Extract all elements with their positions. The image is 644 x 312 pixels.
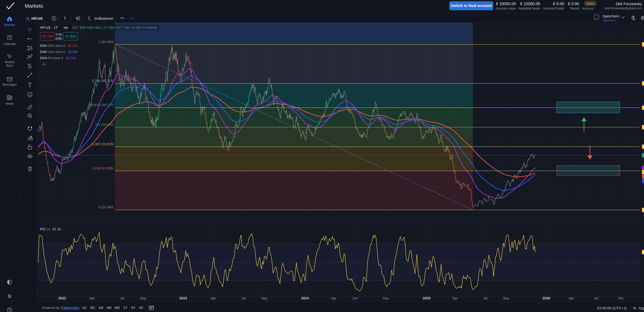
svg-text:Sep: Sep [140,296,146,300]
svg-text:Sep: Sep [383,296,388,300]
svg-text:2022: 2022 [58,296,66,300]
svg-text:Apr: Apr [90,296,95,300]
svg-text:Apr: Apr [331,296,336,300]
svg-text:2024: 2024 [301,296,309,300]
svg-text:Jul: Jul [120,296,124,300]
svg-text:Jun: Jun [352,296,358,300]
svg-text:0.5 (34.550): 0.5 (34.550) [96,123,114,126]
svg-text:2026: 2026 [542,296,550,300]
svg-text:Apr: Apr [452,296,458,300]
svg-text:0.236 (23.985): 0.236 (23.985) [92,166,114,170]
svg-text:0 (14.540): 0 (14.540) [98,205,114,209]
svg-text:Sep: Sep [261,296,267,300]
svg-text:Okt: Okt [618,296,623,300]
svg-text:1 (54.560): 1 (54.560) [98,40,114,44]
svg-text:Apr: Apr [211,296,216,300]
svg-text:0.764 (45.115): 0.764 (45.115) [92,79,114,83]
svg-text:0.618 (39.272): 0.618 (39.272) [92,103,114,107]
svg-text:Sep: Sep [503,296,509,300]
svg-text:2023: 2023 [180,296,187,300]
svg-text:0.382 (29.828): 0.382 (29.828) [92,142,114,146]
svg-text:‹: ‹ [37,293,38,296]
svg-text:Jul: Jul [241,296,246,300]
svg-text:Jul: Jul [594,296,598,300]
svg-text:Jul: Jul [483,296,488,300]
svg-text:Apr: Apr [569,296,574,300]
svg-text:2025: 2025 [423,296,430,300]
